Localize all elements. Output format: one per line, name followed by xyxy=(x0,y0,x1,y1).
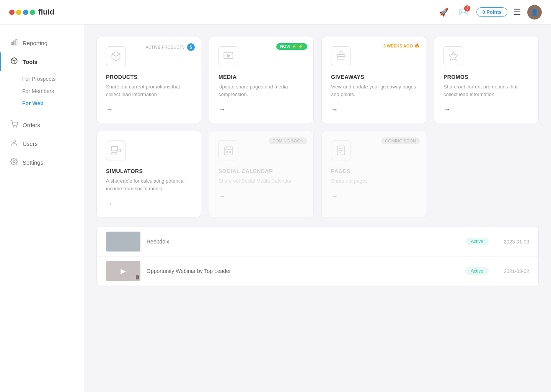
giveaways-title: GIVEAWAYS xyxy=(331,74,417,80)
card-badge-media: NOW ⚡ xyxy=(276,43,307,50)
giveaways-desc: View and update your giveaway pages and … xyxy=(331,83,417,98)
simulators-arrow[interactable]: → xyxy=(106,200,192,208)
dot-yellow xyxy=(16,10,21,15)
media-desc: Update share pages and media compression… xyxy=(218,83,304,98)
sidebar-sub: For Prospects For Members For Web xyxy=(0,73,84,109)
social-calendar-desc: Share out Social Media Calendar xyxy=(218,177,304,185)
table-section: Reebdolx Active 2023-01-03 ▶ : Opportuni… xyxy=(96,227,539,286)
simulators-desc: A shareable for calculating potential in… xyxy=(106,177,192,192)
table-name-1: Reebdolx xyxy=(147,238,459,245)
sidebar-label-users: Users xyxy=(23,140,37,147)
table-thumb-1 xyxy=(106,232,140,252)
sidebar-label-reporting: Reporting xyxy=(23,40,47,46)
promos-title: PROMOS xyxy=(443,74,529,80)
avatar[interactable]: 👤 xyxy=(527,5,542,20)
sidebar-label-settings: Settings xyxy=(23,159,43,166)
main-content: ACTIVE PRODUCTS 5 PRODUCTS Share out cur… xyxy=(84,24,551,392)
giveaways-icon xyxy=(331,46,351,66)
sidebar-item-orders[interactable]: Orders xyxy=(0,116,84,134)
card-badge-pages: COMING SOON xyxy=(381,137,420,144)
card-products[interactable]: ACTIVE PRODUCTS 5 PRODUCTS Share out cur… xyxy=(96,37,201,123)
header-right: 🚀 ✉️ 3 0 Points ☰ 👤 xyxy=(437,5,542,20)
layout: Reporting Tools For Prospects For Member… xyxy=(0,24,551,392)
chart-icon xyxy=(10,38,18,48)
pages-icon xyxy=(331,140,351,160)
table-row[interactable]: ▶ : Opportunity Webinar by Top Leader Ac… xyxy=(97,256,538,286)
mail-icon[interactable]: ✉️ 3 xyxy=(456,5,470,19)
promos-arrow[interactable]: → xyxy=(443,106,529,114)
card-promos[interactable]: PROMOS Share out current promotions that… xyxy=(434,37,539,123)
user-icon xyxy=(10,139,18,149)
coming-soon-badge-2: COMING SOON xyxy=(381,137,420,144)
coming-soon-badge-1: COMING SOON xyxy=(269,137,307,144)
active-products-label: ACTIVE PRODUCTS xyxy=(145,45,185,49)
rocket-icon[interactable]: 🚀 xyxy=(437,5,450,19)
notifications-badge: 3 xyxy=(464,5,470,11)
gear-icon xyxy=(10,158,18,167)
sidebar-item-reporting[interactable]: Reporting xyxy=(0,34,84,52)
svg-point-4 xyxy=(13,127,14,127)
simulators-title: SIMULATORS xyxy=(106,168,192,174)
weeks-label: 3 WEEKS AGO xyxy=(383,44,413,48)
simulators-icon xyxy=(106,140,126,160)
table-date-1: 2023-01-03 xyxy=(495,239,529,245)
duration-label: : xyxy=(136,275,139,279)
card-simulators[interactable]: SIMULATORS A shareable for calculating p… xyxy=(96,131,201,217)
dot-blue xyxy=(23,10,28,15)
table-name-2: Opportunity Webinar by Top Leader xyxy=(147,268,459,274)
social-calendar-icon xyxy=(218,140,238,160)
sidebar-item-users[interactable]: Users xyxy=(0,134,84,153)
header: fluid 🚀 ✉️ 3 0 Points ☰ 👤 xyxy=(0,0,551,24)
media-arrow[interactable]: → xyxy=(218,106,304,114)
sidebar-sub-for-prospects[interactable]: For Prospects xyxy=(22,73,84,85)
table-status-2: Active xyxy=(465,267,489,275)
sidebar-item-tools[interactable]: Tools xyxy=(0,52,84,71)
sidebar-label-orders: Orders xyxy=(23,122,40,128)
dot-red xyxy=(9,10,15,15)
table-row[interactable]: Reebdolx Active 2023-01-03 xyxy=(97,227,538,256)
sidebar-sub-for-members[interactable]: For Members xyxy=(22,85,84,97)
svg-point-6 xyxy=(13,140,16,143)
products-arrow[interactable]: → xyxy=(106,106,192,114)
card-media[interactable]: NOW ⚡ MEDIA Update share pages and media… xyxy=(209,37,314,123)
card-pages[interactable]: COMING SOON PAGES Share out pages → xyxy=(321,131,426,217)
tools-row-2: SIMULATORS A shareable for calculating p… xyxy=(96,131,539,217)
empty-card xyxy=(434,131,539,217)
tools-row-1: ACTIVE PRODUCTS 5 PRODUCTS Share out cur… xyxy=(96,37,539,123)
box-icon xyxy=(10,57,18,67)
social-calendar-title: SOCIAL CALENDAR xyxy=(218,168,304,174)
card-social-calendar[interactable]: COMING SOON SOCIAL CALENDAR Share out So… xyxy=(209,131,314,217)
now-badge: NOW ⚡ xyxy=(276,43,307,50)
table-status-1: Active xyxy=(465,238,489,245)
card-badge-giveaways: 3 WEEKS AGO 🔥 xyxy=(383,43,420,48)
active-products-count: 5 xyxy=(187,43,195,51)
giveaways-arrow[interactable]: → xyxy=(331,106,417,114)
logo-text: fluid xyxy=(38,8,54,16)
logo[interactable]: fluid xyxy=(9,8,54,16)
card-badge-social-calendar: COMING SOON xyxy=(269,137,307,144)
products-icon xyxy=(106,46,126,66)
products-title: PRODUCTS xyxy=(106,74,192,80)
card-giveaways[interactable]: 3 WEEKS AGO 🔥 GIVEAWAYS View and update … xyxy=(321,37,426,123)
svg-marker-12 xyxy=(449,52,458,60)
svg-rect-14 xyxy=(117,149,120,152)
table-date-2: 2021-03-02 xyxy=(495,268,529,274)
svg-point-5 xyxy=(16,127,17,127)
hamburger-icon[interactable]: ☰ xyxy=(514,7,521,17)
points-badge[interactable]: 0 Points xyxy=(476,7,507,17)
weeks-badge: 3 WEEKS AGO 🔥 xyxy=(383,43,420,48)
svg-point-7 xyxy=(13,161,15,163)
svg-rect-19 xyxy=(226,151,228,153)
pages-arrow: → xyxy=(331,193,417,201)
sidebar-item-settings[interactable]: Settings xyxy=(0,153,84,172)
social-calendar-arrow: → xyxy=(218,193,304,201)
svg-rect-15 xyxy=(225,147,233,155)
sidebar-label-tools: Tools xyxy=(23,59,37,65)
sidebar-sub-for-web[interactable]: For Web xyxy=(22,97,84,109)
media-title: MEDIA xyxy=(218,74,304,80)
promos-icon xyxy=(443,46,463,66)
svg-marker-10 xyxy=(228,54,230,57)
sidebar: Reporting Tools For Prospects For Member… xyxy=(0,24,84,392)
card-badge-products: ACTIVE PRODUCTS 5 xyxy=(145,43,195,51)
pages-title: PAGES xyxy=(331,168,417,174)
